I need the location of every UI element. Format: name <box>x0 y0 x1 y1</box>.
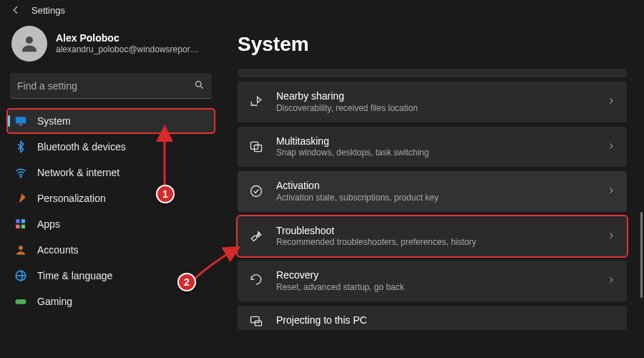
chevron-right-icon <box>607 185 615 197</box>
sidebar-item-apps[interactable]: Apps <box>7 212 215 236</box>
tile-title: Nearby sharing <box>276 90 594 103</box>
svg-point-5 <box>20 176 21 178</box>
sidebar-item-label: Gaming <box>37 296 72 307</box>
search-input[interactable]: Find a setting <box>10 73 212 99</box>
checkmark-icon <box>249 184 263 198</box>
svg-point-0 <box>26 37 33 44</box>
tile-title: Recovery <box>276 269 594 282</box>
avatar <box>11 26 47 62</box>
sidebar-item-label: Apps <box>37 218 60 230</box>
list-item[interactable] <box>238 69 627 77</box>
back-icon[interactable] <box>10 4 21 16</box>
svg-rect-3 <box>16 117 26 123</box>
svg-rect-7 <box>21 219 25 223</box>
chevron-right-icon <box>607 275 615 286</box>
bluetooth-icon <box>14 140 27 153</box>
sidebar-item-label: Personalization <box>37 193 106 204</box>
gamepad-icon <box>14 295 27 308</box>
tile-title: Multitasking <box>276 135 594 148</box>
sidebar: Alex Poloboc alexandru_poloboc@windowsre… <box>0 19 222 358</box>
tile-subtitle: Activation state, subscriptions, product… <box>276 193 594 203</box>
sidebar-item-personalization[interactable]: Personalization <box>7 186 215 211</box>
sidebar-item-label: System <box>37 115 71 127</box>
tile-nearby-sharing[interactable]: Nearby sharing Discoverability, received… <box>238 82 627 122</box>
svg-rect-17 <box>255 321 261 326</box>
tile-title: Troubleshoot <box>276 225 594 238</box>
page-title: System <box>238 33 637 56</box>
tile-subtitle: Recommended troubleshooters, preferences… <box>276 237 594 248</box>
multitask-icon <box>249 140 263 154</box>
user-name: Alex Poloboc <box>56 32 199 45</box>
wifi-icon <box>14 166 27 179</box>
sidebar-item-network[interactable]: Network & internet <box>7 160 215 185</box>
tile-title: Projecting to this PC <box>276 314 615 327</box>
monitor-icon <box>14 115 27 127</box>
sidebar-item-accounts[interactable]: Accounts <box>7 238 215 262</box>
tile-troubleshoot[interactable]: Troubleshoot Recommended troubleshooters… <box>238 216 627 257</box>
tile-subtitle: Snap windows, desktops, task switching <box>276 147 594 158</box>
user-email: alexandru_poloboc@windowsreport... <box>56 44 199 55</box>
sidebar-item-label: Network & internet <box>37 167 119 178</box>
sidebar-item-label: Bluetooth & devices <box>37 141 126 153</box>
svg-rect-4 <box>19 125 23 126</box>
tile-multitasking[interactable]: Multitasking Snap windows, desktops, tas… <box>238 127 627 168</box>
annotation-step-2: 2 <box>177 273 196 291</box>
svg-rect-6 <box>16 219 19 223</box>
paintbrush-icon <box>14 192 27 205</box>
sidebar-item-bluetooth[interactable]: Bluetooth & devices <box>7 135 215 159</box>
svg-point-10 <box>19 246 23 250</box>
globe-clock-icon <box>14 269 27 282</box>
chevron-right-icon <box>607 141 615 153</box>
project-icon <box>249 314 263 329</box>
search-placeholder: Find a setting <box>17 80 194 92</box>
tile-projecting[interactable]: Projecting to this PC <box>238 306 627 330</box>
tile-subtitle: Discoverability, received files location <box>276 103 594 114</box>
wrench-icon <box>249 229 263 243</box>
tile-subtitle: Reset, advanced startup, go back <box>276 282 594 293</box>
chevron-right-icon <box>607 96 615 107</box>
apps-icon <box>14 218 27 231</box>
main-panel: System Nearby sharing Discoverability, r… <box>222 19 644 358</box>
svg-point-1 <box>196 81 202 87</box>
scrollbar[interactable] <box>640 212 643 298</box>
sidebar-item-gaming[interactable]: Gaming <box>7 289 215 314</box>
tile-recovery[interactable]: Recovery Reset, advanced startup, go bac… <box>238 261 627 301</box>
search-icon <box>194 79 205 92</box>
svg-point-15 <box>251 186 262 197</box>
svg-rect-9 <box>21 225 25 228</box>
person-icon <box>14 243 27 256</box>
share-icon <box>249 95 263 109</box>
svg-rect-12 <box>16 299 26 304</box>
sidebar-item-label: Time & language <box>37 270 112 281</box>
chevron-right-icon <box>607 231 615 242</box>
app-title: Settings <box>31 5 65 16</box>
sidebar-item-system[interactable]: System <box>7 109 215 133</box>
tile-title: Activation <box>276 180 594 193</box>
account-header[interactable]: Alex Poloboc alexandru_poloboc@windowsre… <box>7 23 215 69</box>
sidebar-item-label: Accounts <box>37 244 79 256</box>
tile-activation[interactable]: Activation Activation state, subscriptio… <box>238 171 627 212</box>
recovery-icon <box>249 274 263 288</box>
svg-rect-8 <box>16 225 19 228</box>
annotation-step-1: 1 <box>156 185 175 203</box>
